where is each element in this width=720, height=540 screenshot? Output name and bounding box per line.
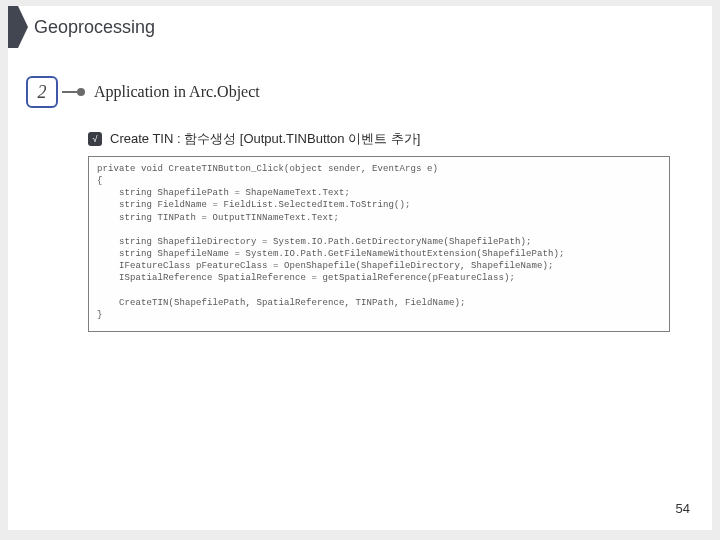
section-heading: Application in Arc.Object bbox=[94, 83, 260, 101]
chevron-right-icon bbox=[18, 6, 28, 48]
slide: Geoprocessing 2 Application in Arc.Objec… bbox=[8, 6, 712, 530]
code-block: private void CreateTINButton_Click(objec… bbox=[88, 156, 670, 332]
title-notch bbox=[8, 6, 18, 48]
section-row: 2 Application in Arc.Object bbox=[8, 76, 712, 108]
connector-line-icon bbox=[62, 91, 84, 93]
bullet-row: √ Create TIN : 함수생성 [Output.TINButton 이벤… bbox=[8, 130, 712, 148]
page-title: Geoprocessing bbox=[34, 17, 155, 38]
page-number: 54 bbox=[676, 501, 690, 516]
check-icon: √ bbox=[88, 132, 102, 146]
bullet-label: Create TIN : 함수생성 [Output.TINButton 이벤트 … bbox=[110, 130, 420, 148]
section-number-box: 2 bbox=[26, 76, 58, 108]
title-row: Geoprocessing bbox=[8, 6, 712, 48]
